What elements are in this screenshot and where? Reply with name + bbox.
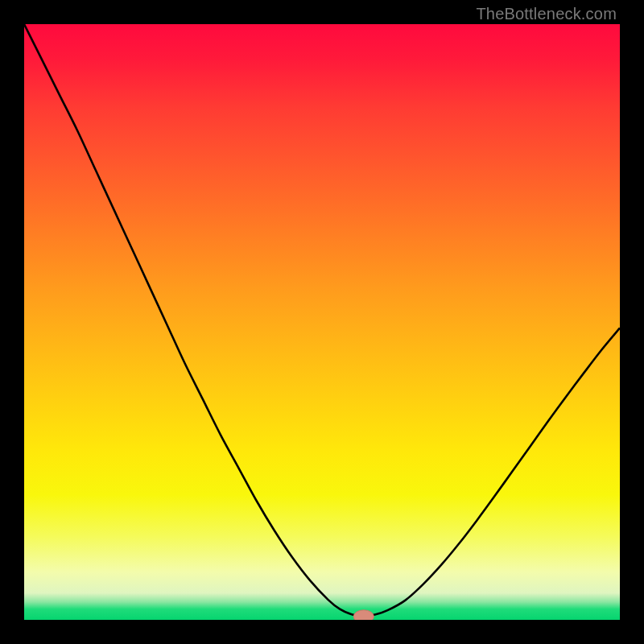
- minimum-marker: [353, 610, 374, 620]
- plot-area: [24, 24, 620, 620]
- curve-line: [24, 24, 620, 617]
- watermark-text: TheBottleneck.com: [476, 5, 617, 23]
- chart-frame: TheBottleneck.com: [0, 0, 644, 644]
- bottleneck-curve: [24, 24, 620, 620]
